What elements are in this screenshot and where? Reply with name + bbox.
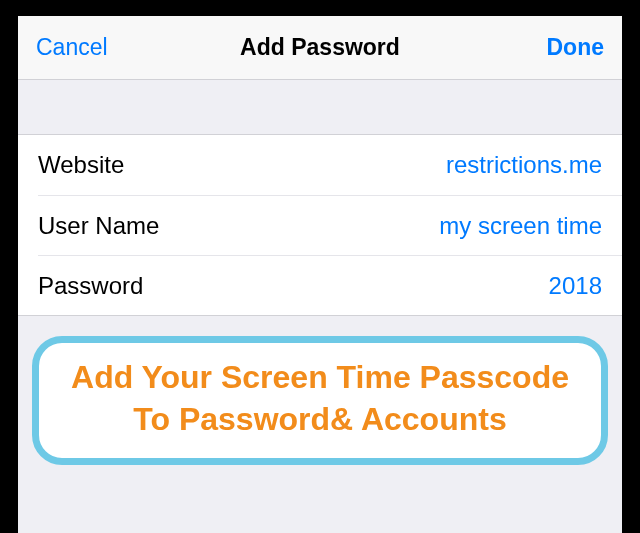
password-row[interactable]: Password 2018 [38,255,622,315]
nav-bar: Cancel Add Password Done [18,16,622,80]
password-field[interactable]: 2018 [549,272,602,300]
website-row[interactable]: Website restrictions.me [18,135,622,195]
website-label: Website [38,151,124,179]
username-label: User Name [38,212,159,240]
password-form: Website restrictions.me User Name my scr… [18,134,622,316]
section-spacer [18,80,622,134]
cancel-button[interactable]: Cancel [36,34,126,61]
add-password-screen: Cancel Add Password Done Website restric… [18,16,622,533]
username-row[interactable]: User Name my screen time [38,195,622,255]
done-button[interactable]: Done [514,34,604,61]
website-field[interactable]: restrictions.me [446,151,602,179]
page-title: Add Password [126,34,514,61]
callout-text: Add Your Screen Time Passcode To Passwor… [63,357,577,440]
username-field[interactable]: my screen time [439,212,602,240]
instruction-callout: Add Your Screen Time Passcode To Passwor… [32,336,608,465]
password-label: Password [38,272,143,300]
